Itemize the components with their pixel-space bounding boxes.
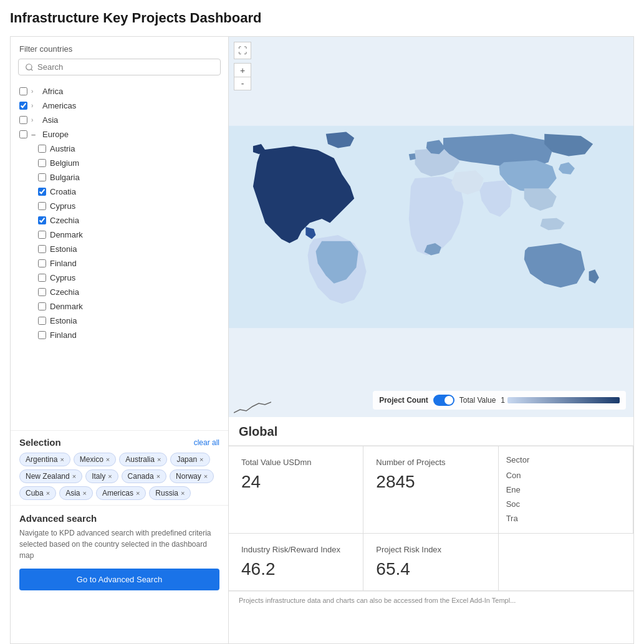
stat-card-project-risk: Project Risk Index 65.4 <box>363 534 498 591</box>
tag-australia[interactable]: Australia × <box>119 453 167 466</box>
search-input[interactable] <box>37 62 214 72</box>
filter-item-estonia-2[interactable]: Estonia <box>16 314 223 328</box>
fullscreen-button[interactable]: ⛶ <box>234 42 251 59</box>
filter-item-czechia-2[interactable]: Czechia <box>16 285 223 299</box>
label-europe[interactable]: Europe <box>42 130 69 139</box>
checkbox-estonia[interactable] <box>38 245 46 253</box>
checkbox-bulgaria[interactable] <box>38 173 46 181</box>
filter-item-denmark[interactable]: Denmark <box>16 228 223 242</box>
label-africa[interactable]: Africa <box>42 87 63 96</box>
tag-mexico[interactable]: Mexico × <box>74 453 116 466</box>
zoom-out-button[interactable]: - <box>234 77 251 90</box>
project-risk-value: 65.4 <box>376 559 485 579</box>
checkbox-finland-2[interactable] <box>38 331 46 339</box>
label-americas[interactable]: Americas <box>42 101 76 110</box>
tag-mexico-close[interactable]: × <box>106 456 110 463</box>
tag-americas-close[interactable]: × <box>136 489 140 497</box>
filter-item-finland[interactable]: Finland <box>16 256 223 271</box>
map-container[interactable]: ⛶ + - Project Count Total Value 1 <box>229 37 633 417</box>
checkbox-belgium[interactable] <box>38 159 46 167</box>
filter-item-cyprus[interactable]: Cyprus <box>16 199 223 213</box>
label-finland[interactable]: Finland <box>50 259 77 268</box>
filter-item-estonia[interactable]: Estonia <box>16 242 223 256</box>
checkbox-finland[interactable] <box>38 259 46 267</box>
filter-item-denmark-2[interactable]: Denmark <box>16 299 223 314</box>
label-croatia[interactable]: Croatia <box>50 187 76 196</box>
tag-cuba-close[interactable]: × <box>46 489 50 497</box>
checkbox-estonia-2[interactable] <box>38 317 46 325</box>
label-denmark-2[interactable]: Denmark <box>50 302 83 311</box>
filter-item-asia[interactable]: › Asia <box>16 113 223 127</box>
filter-item-croatia[interactable]: Croatia <box>16 185 223 199</box>
checkbox-austria[interactable] <box>38 145 46 153</box>
label-finland-2[interactable]: Finland <box>50 330 77 340</box>
filter-item-bulgaria[interactable]: Bulgaria <box>16 170 223 185</box>
label-czechia[interactable]: Czechia <box>50 216 79 225</box>
label-asia[interactable]: Asia <box>42 115 58 125</box>
tag-italy-close[interactable]: × <box>108 473 112 480</box>
tag-australia-close[interactable]: × <box>157 456 161 463</box>
tag-japan[interactable]: Japan × <box>170 453 209 466</box>
expand-arrow-europe[interactable]: – <box>31 130 39 139</box>
tag-russia[interactable]: Russia × <box>149 486 191 500</box>
expand-arrow-asia[interactable]: › <box>31 117 39 123</box>
expand-arrow-americas[interactable]: › <box>31 102 39 109</box>
filter-item-africa[interactable]: › Africa <box>16 84 223 99</box>
filter-item-europe[interactable]: – Europe <box>16 127 223 142</box>
checkbox-cyprus-2[interactable] <box>38 274 46 282</box>
filter-item-belgium[interactable]: Belgium <box>16 156 223 170</box>
advanced-search-section: Advanced search Navigate to KPD advanced… <box>11 506 228 598</box>
checkbox-czechia-2[interactable] <box>38 288 46 296</box>
tag-norway[interactable]: Norway × <box>170 469 214 483</box>
mini-chart <box>234 397 271 415</box>
tag-canada-close[interactable]: × <box>156 473 160 480</box>
checkbox-europe[interactable] <box>19 130 27 138</box>
go-to-advanced-search-button[interactable]: Go to Advanced Search <box>19 569 219 590</box>
filter-item-cyprus-2[interactable]: Cyprus <box>16 271 223 285</box>
label-bulgaria[interactable]: Bulgaria <box>50 173 80 182</box>
filter-item-finland-2[interactable]: Finland <box>16 328 223 342</box>
label-estonia-2[interactable]: Estonia <box>50 316 77 325</box>
tag-argentina-close[interactable]: × <box>60 456 64 463</box>
filter-item-americas[interactable]: › Americas <box>16 99 223 113</box>
label-austria[interactable]: Austria <box>50 144 75 153</box>
checkbox-asia[interactable] <box>19 116 27 124</box>
tag-norway-close[interactable]: × <box>204 473 208 480</box>
filter-item-austria[interactable]: Austria <box>16 142 223 156</box>
expand-arrow-africa[interactable]: › <box>31 88 39 95</box>
checkbox-africa[interactable] <box>19 87 27 95</box>
tag-japan-close[interactable]: × <box>199 456 203 463</box>
num-projects-label: Number of Projects <box>376 458 485 467</box>
tag-argentina[interactable]: Argentina × <box>19 453 70 466</box>
label-cyprus-2[interactable]: Cyprus <box>50 273 75 282</box>
search-box <box>18 59 221 75</box>
search-icon <box>25 63 34 72</box>
tag-new-zealand[interactable]: New Zealand × <box>19 469 82 483</box>
tag-italy[interactable]: Italy × <box>85 469 118 483</box>
checkbox-denmark-2[interactable] <box>38 302 46 310</box>
tag-russia-close[interactable]: × <box>181 489 185 497</box>
tags-container: Argentina × Mexico × Australia × Japan ×… <box>19 453 219 500</box>
label-belgium[interactable]: Belgium <box>50 158 79 168</box>
tag-asia[interactable]: Asia × <box>59 486 93 500</box>
map-controls: ⛶ + - <box>234 42 251 90</box>
label-denmark[interactable]: Denmark <box>50 230 83 239</box>
checkbox-croatia[interactable] <box>38 188 46 196</box>
zoom-in-button[interactable]: + <box>234 63 251 77</box>
filter-item-czechia[interactable]: Czechia <box>16 213 223 228</box>
sector-items: Con Ene Soc Tra <box>506 469 625 524</box>
legend-toggle-switch[interactable] <box>433 395 454 406</box>
tag-asia-close[interactable]: × <box>82 489 86 497</box>
label-estonia[interactable]: Estonia <box>50 244 77 254</box>
tag-canada[interactable]: Canada × <box>122 469 166 483</box>
checkbox-czechia[interactable] <box>38 216 46 224</box>
tag-americas[interactable]: Americas × <box>96 486 146 500</box>
tag-new-zealand-close[interactable]: × <box>72 473 76 480</box>
checkbox-americas[interactable] <box>19 102 27 110</box>
label-cyprus[interactable]: Cyprus <box>50 201 75 211</box>
label-czechia-2[interactable]: Czechia <box>50 287 79 297</box>
checkbox-denmark[interactable] <box>38 231 46 239</box>
clear-all-button[interactable]: clear all <box>194 438 219 447</box>
tag-cuba[interactable]: Cuba × <box>19 486 56 500</box>
checkbox-cyprus[interactable] <box>38 202 46 210</box>
